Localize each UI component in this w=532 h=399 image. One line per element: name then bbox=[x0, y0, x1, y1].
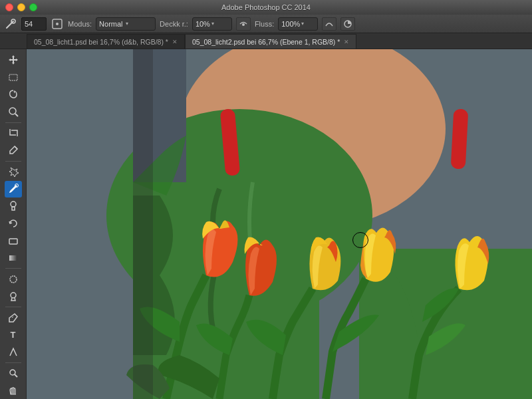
tab-licht2[interactable]: 05_08_licht2.psd bei 66,7% (Ebene 1, RGB… bbox=[185, 34, 356, 49]
options-bar: 54 Modus: Normal ▾ Deckk r.: 10% ▾ Fluss… bbox=[0, 15, 532, 33]
lasso-tool[interactable] bbox=[5, 86, 22, 103]
minimize-button[interactable] bbox=[17, 3, 25, 11]
svg-point-11 bbox=[11, 201, 16, 207]
quick-select-tool[interactable] bbox=[5, 104, 22, 120]
brush-size-value: 54 bbox=[25, 20, 33, 28]
gradient-tool[interactable] bbox=[5, 249, 22, 266]
tool-separator-4 bbox=[5, 307, 21, 307]
brush-size-box[interactable]: 54 bbox=[21, 17, 47, 31]
tool-separator-2 bbox=[5, 161, 21, 162]
crop-tool[interactable] bbox=[5, 125, 22, 142]
opacity-label: Deckk r.: bbox=[160, 20, 188, 28]
opacity-box[interactable]: 10% ▾ bbox=[192, 17, 232, 31]
svg-rect-28 bbox=[451, 108, 469, 169]
tab-licht1-label: 05_08_licht1.psd bei 16,7% (d&b, RGB/8) … bbox=[34, 38, 168, 46]
tab-licht1[interactable]: 05_08_licht1.psd bei 16,7% (d&b, RGB/8) … bbox=[27, 34, 185, 49]
svg-line-19 bbox=[15, 374, 17, 377]
svg-point-16 bbox=[11, 293, 16, 298]
pen-tool[interactable] bbox=[5, 309, 22, 326]
healing-tool[interactable] bbox=[5, 164, 22, 180]
clone-stamp-tool[interactable] bbox=[5, 198, 22, 215]
airbrush-icon[interactable] bbox=[236, 17, 251, 31]
svg-point-3 bbox=[56, 23, 59, 25]
history-brush-tool[interactable] bbox=[5, 215, 22, 231]
tab-licht2-close-icon[interactable]: ✕ bbox=[344, 39, 349, 45]
brush-tool-icon bbox=[4, 17, 17, 31]
tabs-bar: 05_08_licht1.psd bei 16,7% (d&b, RGB/8) … bbox=[0, 33, 532, 49]
svg-point-18 bbox=[10, 370, 15, 375]
path-select-tool[interactable] bbox=[5, 344, 22, 360]
flow-chevron-icon: ▾ bbox=[301, 21, 304, 27]
blur-tool[interactable] bbox=[5, 271, 22, 287]
toolbar: T bbox=[0, 49, 27, 399]
svg-rect-14 bbox=[9, 255, 17, 261]
svg-line-8 bbox=[15, 114, 18, 116]
svg-point-7 bbox=[9, 108, 16, 114]
opacity-value: 10% bbox=[196, 20, 210, 28]
mode-select[interactable]: Normal ▾ bbox=[96, 17, 156, 31]
mode-chevron-icon: ▾ bbox=[126, 21, 128, 27]
svg-rect-30 bbox=[133, 49, 153, 399]
tool-separator-3 bbox=[5, 268, 21, 269]
svg-line-17 bbox=[12, 317, 13, 318]
main-area: T bbox=[0, 49, 532, 399]
svg-rect-6 bbox=[9, 74, 17, 80]
flow-value: 100% bbox=[281, 20, 300, 28]
flow-box[interactable]: 100% ▾ bbox=[278, 17, 318, 31]
titlebar: Adobe Photoshop CC 2014 bbox=[0, 0, 532, 15]
tool-separator-1 bbox=[5, 122, 21, 123]
smooth-icon[interactable] bbox=[322, 17, 336, 31]
tab-licht2-label: 05_08_licht2.psd bei 66,7% (Ebene 1, RGB… bbox=[192, 38, 340, 46]
hand-tool[interactable] bbox=[5, 382, 22, 399]
opacity-chevron-icon: ▾ bbox=[211, 21, 214, 27]
brush-tool[interactable] bbox=[5, 181, 22, 198]
flow-label: Fluss: bbox=[255, 20, 274, 28]
color-icon[interactable] bbox=[340, 17, 355, 31]
canvas-area[interactable] bbox=[27, 49, 532, 399]
photo-scene bbox=[27, 49, 532, 399]
svg-point-4 bbox=[242, 23, 245, 26]
brush-settings-icon[interactable] bbox=[51, 17, 64, 31]
dodge-tool[interactable] bbox=[5, 288, 22, 305]
svg-line-9 bbox=[15, 146, 17, 149]
type-tool[interactable]: T bbox=[5, 327, 22, 343]
svg-line-0 bbox=[7, 21, 13, 28]
window-title: Adobe Photoshop CC 2014 bbox=[221, 3, 311, 11]
svg-point-15 bbox=[10, 276, 17, 283]
maximize-button[interactable] bbox=[29, 3, 37, 11]
mode-value: Normal bbox=[99, 20, 122, 28]
svg-rect-12 bbox=[12, 207, 15, 210]
type-tool-icon: T bbox=[11, 330, 16, 340]
svg-rect-13 bbox=[9, 239, 17, 244]
eyedropper-tool[interactable] bbox=[5, 142, 22, 159]
eraser-tool[interactable] bbox=[5, 232, 22, 249]
mode-label: Modus: bbox=[68, 20, 92, 28]
close-button[interactable] bbox=[5, 3, 13, 11]
window-controls[interactable] bbox=[5, 3, 37, 11]
tab-licht1-close-icon[interactable]: ✕ bbox=[172, 39, 178, 45]
marquee-rect-tool[interactable] bbox=[5, 69, 22, 86]
tool-separator-5 bbox=[5, 362, 21, 363]
zoom-tool[interactable] bbox=[5, 365, 22, 382]
move-tool[interactable] bbox=[5, 52, 22, 68]
